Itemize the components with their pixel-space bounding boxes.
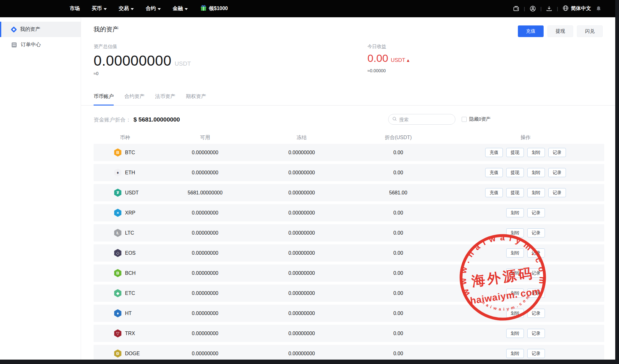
- converted-value: 0.00: [350, 351, 447, 356]
- row-actions: 充值提现划转记录: [447, 188, 604, 197]
- available-value: 0.00000000: [156, 250, 254, 256]
- row-transfer-button[interactable]: 划转: [506, 269, 524, 278]
- coin-cell: ₮USDT: [94, 189, 156, 197]
- available-value: 0.00000000: [156, 170, 254, 176]
- coin-cell: ŁLTC: [94, 229, 156, 237]
- nav-item-label: 市场: [70, 5, 80, 12]
- row-transfer-button[interactable]: 划转: [506, 289, 524, 298]
- coin-cell: ♦ETH: [94, 169, 156, 177]
- col-header-available: 可用: [156, 134, 254, 141]
- row-transfer-button[interactable]: 划转: [506, 349, 524, 358]
- chevron-down-icon: [158, 8, 161, 10]
- row-withdraw-button[interactable]: 提现: [506, 148, 524, 157]
- row-deposit-button[interactable]: 充值: [485, 188, 503, 197]
- nav-item-2[interactable]: 买币: [92, 5, 107, 12]
- row-records-button[interactable]: 记录: [527, 329, 545, 338]
- asset-row-btc: BBTC0.000000000.000000000.00充值提现划转记录: [94, 144, 604, 161]
- coin-symbol: DOGE: [125, 351, 140, 356]
- coin-symbol: BCH: [125, 270, 136, 276]
- available-value: 0.00000000: [156, 270, 254, 276]
- claim-bonus-button[interactable]: 领$1000: [200, 5, 228, 13]
- row-transfer-button[interactable]: 划转: [527, 148, 545, 157]
- download-icon[interactable]: [546, 5, 552, 12]
- row-records-button[interactable]: 记录: [527, 309, 545, 318]
- asset-row-usdt: ₮USDT5681.000000000.000000005681.00充值提现划…: [94, 184, 604, 201]
- row-records-button[interactable]: 记录: [527, 228, 545, 237]
- row-deposit-button[interactable]: 充值: [485, 168, 503, 177]
- account-summary-row: 资金账户折合： $ 5681.00000000 隐藏0资产: [94, 114, 619, 126]
- row-transfer-button[interactable]: 划转: [506, 228, 524, 237]
- row-transfer-button[interactable]: 划转: [506, 248, 524, 258]
- user-icon[interactable]: [529, 5, 536, 12]
- row-deposit-button[interactable]: 充值: [485, 148, 503, 157]
- deposit-button[interactable]: 充值: [518, 25, 544, 37]
- coin-icon-etc: ◆: [114, 289, 122, 297]
- frozen-value: 0.00000000: [254, 170, 350, 176]
- nav-item-label: 买币: [92, 5, 102, 12]
- row-records-button[interactable]: 记录: [548, 168, 566, 177]
- divider: |: [524, 6, 525, 11]
- search-input[interactable]: [399, 117, 462, 122]
- account-total-label: 资金账户折合：: [94, 116, 131, 123]
- row-records-button[interactable]: 记录: [548, 148, 566, 157]
- row-actions: 划转记录: [447, 349, 604, 358]
- wallet-icon[interactable]: [513, 5, 519, 12]
- tab-3[interactable]: 法币资产: [155, 93, 175, 106]
- main-content: 我的资产 充值 提现 闪兑 资产总估值 0.00000000 USDT ≈0 今…: [81, 17, 619, 360]
- tab-1[interactable]: 币币账户: [94, 93, 114, 106]
- account-total-value: $ 5681.00000000: [133, 116, 180, 123]
- divider: |: [540, 6, 542, 11]
- search-box[interactable]: [388, 114, 455, 125]
- coin-cell: ×XRP: [94, 209, 156, 217]
- nav-item-1[interactable]: 市场: [70, 5, 80, 12]
- tab-2[interactable]: 合约资产: [124, 93, 144, 106]
- asset-row-eth: ♦ETH0.000000000.000000000.00充值提现划转记录: [94, 164, 604, 181]
- hide-zero-filter[interactable]: 隐藏0资产: [462, 116, 491, 122]
- scrollbar-track[interactable]: [615, 0, 619, 364]
- row-transfer-button[interactable]: 划转: [506, 208, 524, 217]
- frozen-value: 0.00000000: [254, 210, 350, 216]
- row-withdraw-button[interactable]: 提现: [506, 168, 524, 177]
- row-transfer-button[interactable]: 划转: [527, 188, 545, 197]
- row-transfer-button[interactable]: 划转: [506, 329, 524, 338]
- row-records-button[interactable]: 记录: [527, 248, 545, 258]
- account-tabs: 币币账户合约资产法币资产期权资产: [81, 93, 615, 106]
- sidebar-item-2[interactable]: 订单中心: [0, 37, 81, 52]
- nav-item-4[interactable]: 合约: [146, 5, 161, 12]
- row-transfer-button[interactable]: 划转: [506, 309, 524, 318]
- converted-value: 0.00: [350, 150, 447, 155]
- coin-icon-ht: ♦: [114, 309, 122, 318]
- orders-icon: [12, 42, 17, 47]
- nav-item-5[interactable]: 金融: [173, 5, 188, 12]
- flash-exchange-button[interactable]: 闪兑: [577, 25, 603, 37]
- globe-icon: [562, 5, 569, 13]
- claim-bonus-label: 领$1000: [209, 5, 228, 12]
- frozen-value: 0.00000000: [254, 351, 350, 356]
- row-actions: 划转记录: [447, 228, 604, 237]
- row-transfer-button[interactable]: 划转: [527, 168, 545, 177]
- withdraw-button[interactable]: 提现: [547, 25, 573, 37]
- coin-symbol: EOS: [125, 250, 136, 256]
- total-assets-unit: USDT: [175, 60, 191, 67]
- bell-icon[interactable]: [595, 6, 602, 12]
- row-actions: 划转记录: [447, 269, 604, 278]
- sidebar-item-label: 订单中心: [21, 41, 41, 48]
- row-records-button[interactable]: 记录: [527, 208, 545, 217]
- coin-icon-eos: ◇: [114, 249, 122, 257]
- today-profit-unit: USDT: [391, 57, 405, 63]
- coin-icon-xrp: ×: [114, 209, 122, 217]
- sidebar-item-1[interactable]: 我的资产: [0, 22, 81, 37]
- row-records-button[interactable]: 记录: [548, 188, 566, 197]
- row-records-button[interactable]: 记录: [527, 349, 545, 358]
- row-withdraw-button[interactable]: 提现: [506, 188, 524, 197]
- hide-zero-checkbox[interactable]: [462, 117, 467, 122]
- frozen-value: 0.00000000: [254, 190, 350, 196]
- tab-4[interactable]: 期权资产: [186, 93, 206, 106]
- trend-up-icon: ▲: [406, 58, 410, 63]
- frozen-value: 0.00000000: [254, 230, 350, 236]
- available-value: 0.00000000: [156, 150, 254, 155]
- nav-item-3[interactable]: 交易: [119, 5, 134, 12]
- language-selector[interactable]: 简体中文: [562, 5, 591, 13]
- row-records-button[interactable]: 记录: [527, 269, 545, 278]
- row-records-button[interactable]: 记录: [527, 289, 545, 298]
